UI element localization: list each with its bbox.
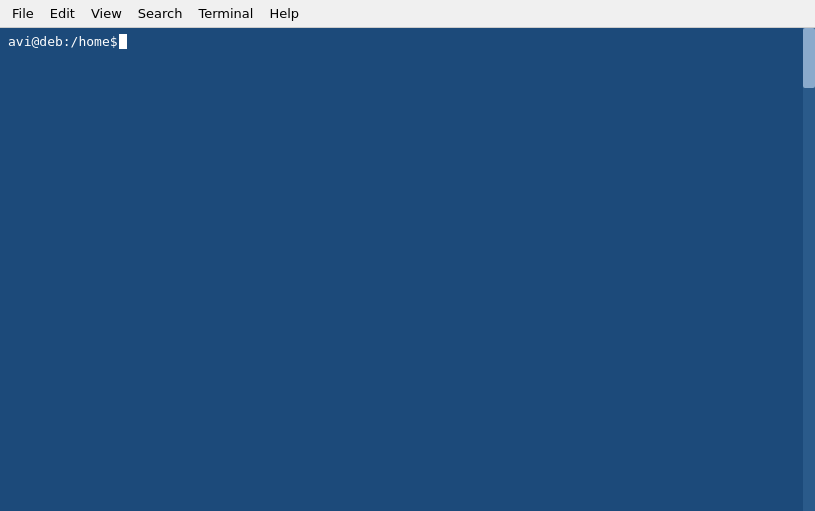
scrollbar-track[interactable] [803, 28, 815, 511]
scrollbar-thumb[interactable] [803, 28, 815, 88]
prompt-line: avi@deb:/home$ [8, 34, 807, 49]
menu-view[interactable]: View [83, 3, 130, 24]
menu-help[interactable]: Help [261, 3, 307, 24]
menu-terminal[interactable]: Terminal [190, 3, 261, 24]
prompt-text: avi@deb:/home$ [8, 34, 118, 49]
menubar: File Edit View Search Terminal Help [0, 0, 815, 28]
terminal-window: File Edit View Search Terminal Help avi@… [0, 0, 815, 511]
menu-edit[interactable]: Edit [42, 3, 83, 24]
terminal-cursor [119, 34, 127, 49]
menu-search[interactable]: Search [130, 3, 191, 24]
terminal-body[interactable]: avi@deb:/home$ [0, 28, 815, 511]
menu-file[interactable]: File [4, 3, 42, 24]
